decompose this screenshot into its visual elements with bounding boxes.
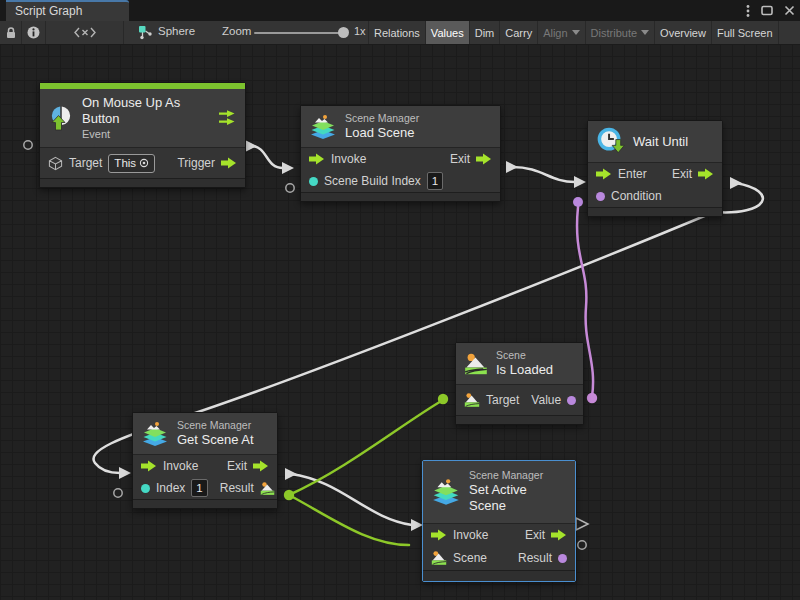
node-wait-until[interactable]: Wait Until Enter Exit Condition: [587, 120, 723, 217]
flow-arrow-icon[interactable]: [596, 168, 612, 180]
node-category: Scene Manager: [469, 469, 567, 482]
port-waituntil-enter-in[interactable]: [574, 176, 586, 188]
value-port-icon[interactable]: [567, 396, 576, 405]
flow-arrow-icon[interactable]: [221, 157, 237, 169]
flow-arrow-icon[interactable]: [431, 529, 447, 541]
enter-label: Enter: [618, 167, 647, 181]
port-getsceneat-exit-out[interactable]: [285, 468, 297, 480]
node-category: Scene Manager: [345, 112, 419, 125]
port-mouseup-target[interactable]: [24, 141, 32, 149]
port-getsceneat-invoke-in[interactable]: [119, 467, 131, 479]
port-row: Target This Trigger: [40, 148, 245, 178]
flow-arrow-icon[interactable]: [253, 460, 269, 472]
port-getsceneat-result[interactable]: [284, 490, 294, 500]
scene-manager-icon: [141, 420, 169, 448]
port-trigger-out[interactable]: [245, 140, 257, 152]
port-loadscene-index[interactable]: [286, 184, 294, 192]
values-button[interactable]: Values: [426, 21, 470, 44]
node-header: Scene Is Loaded: [456, 343, 583, 385]
flow-arrow-icon[interactable]: [698, 168, 714, 180]
wire-trigger-to-loadscene: [251, 146, 283, 168]
tab-script-graph[interactable]: Script Graph: [6, 0, 129, 21]
scene-icon: [464, 352, 488, 376]
close-icon[interactable]: [784, 5, 795, 16]
node-title: Get Scene At: [177, 432, 254, 448]
node-set-active-scene[interactable]: Scene Manager Set Active Scene Invoke Ex…: [422, 460, 576, 582]
menu-dots-icon[interactable]: [746, 4, 750, 18]
index-input[interactable]: 1: [191, 479, 207, 497]
node-footer: [133, 499, 277, 508]
port-waituntil-exit-out[interactable]: [730, 177, 742, 189]
info-button[interactable]: [22, 21, 46, 44]
exit-label: Exit: [672, 167, 692, 181]
port-row: Target Value: [456, 385, 583, 415]
script-graph-icon: [138, 25, 153, 40]
dropdown-arrow-icon: [641, 30, 649, 35]
node-load-scene[interactable]: Scene Manager Load Scene Invoke Exit Sce…: [300, 105, 501, 202]
condition-label: Condition: [611, 189, 662, 203]
maximize-icon[interactable]: [761, 5, 773, 16]
flow-arrow-icon[interactable]: [141, 460, 157, 472]
port-getsceneat-index[interactable]: [114, 489, 122, 497]
target-value-dropdown[interactable]: This: [108, 154, 155, 173]
dim-button[interactable]: Dim: [470, 21, 501, 44]
wire-result-to-scene: [289, 495, 409, 545]
index-label: Index: [156, 481, 185, 495]
invoke-label: Invoke: [163, 459, 198, 473]
node-subtitle: Event: [82, 128, 203, 142]
relations-button[interactable]: Relations: [369, 21, 426, 44]
node-title: On Mouse Up As Button: [82, 95, 203, 128]
value-port-icon[interactable]: [558, 554, 567, 563]
code-view-button[interactable]: [46, 21, 124, 44]
node-get-scene-at[interactable]: Scene Manager Get Scene At Invoke Exit I…: [132, 412, 278, 509]
result-label: Result: [220, 481, 254, 495]
port-row: Invoke Exit: [423, 524, 575, 547]
port-isloaded-target[interactable]: [438, 394, 448, 404]
scene-manager-icon: [309, 113, 337, 141]
scene-icon[interactable]: [464, 392, 480, 408]
port-waituntil-condition[interactable]: [573, 197, 583, 207]
port-loadscene-invoke-in[interactable]: [282, 162, 294, 174]
lock-button[interactable]: [0, 21, 22, 44]
flow-arrow-icon[interactable]: [309, 153, 325, 165]
zoom-slider-thumb[interactable]: [338, 27, 349, 38]
toolbar-middle: Sphere Zoom 1x: [124, 21, 369, 44]
flow-arrow-icon[interactable]: [551, 529, 567, 541]
port-setactive-result[interactable]: [578, 541, 586, 549]
scene-icon[interactable]: [260, 481, 275, 496]
port-isloaded-value[interactable]: [587, 393, 597, 403]
dropdown-arrow-icon: [572, 30, 580, 35]
port-row: Scene Result: [423, 547, 575, 570]
node-on-mouse-up[interactable]: On Mouse Up As Button Event Target This: [39, 82, 246, 188]
align-button[interactable]: Align: [538, 21, 585, 44]
full-screen-button[interactable]: Full Screen: [712, 21, 779, 44]
value-port-icon[interactable]: [596, 192, 605, 201]
overview-button[interactable]: Overview: [655, 21, 712, 44]
distribute-button[interactable]: Distribute: [586, 21, 655, 44]
port-row: Enter Exit: [588, 163, 722, 185]
node-footer: [456, 415, 583, 424]
tab-bar: Script Graph: [0, 0, 800, 21]
port-row: Invoke Exit: [301, 148, 500, 170]
port-loadscene-exit-out[interactable]: [506, 161, 518, 173]
target-label: Target: [69, 156, 102, 170]
node-title: Load Scene: [345, 125, 419, 141]
scene-build-index-label: Scene Build Index: [324, 174, 421, 188]
coroutine-arrows-icon: [219, 110, 237, 126]
graph-toolbar: Sphere Zoom 1x Relations Values Dim Carr…: [0, 21, 800, 45]
value-port-icon[interactable]: [309, 177, 318, 186]
value-port-icon[interactable]: [141, 484, 150, 493]
scene-build-index-input[interactable]: 1: [427, 172, 443, 190]
flow-arrow-icon[interactable]: [476, 153, 492, 165]
cube-icon: [48, 156, 63, 171]
zoom-label: Zoom: [222, 25, 251, 37]
code-icon: [74, 27, 96, 38]
graph-name-label: Sphere: [158, 25, 195, 37]
scene-icon[interactable]: [431, 550, 447, 566]
zoom-slider-track[interactable]: [254, 32, 344, 34]
node-is-loaded[interactable]: Scene Is Loaded Target Value: [455, 342, 584, 425]
carry-button[interactable]: Carry: [500, 21, 538, 44]
node-footer: [40, 178, 245, 187]
graph-canvas[interactable]: On Mouse Up As Button Event Target This: [0, 44, 800, 600]
port-setactive-exit-out[interactable]: [576, 518, 588, 530]
